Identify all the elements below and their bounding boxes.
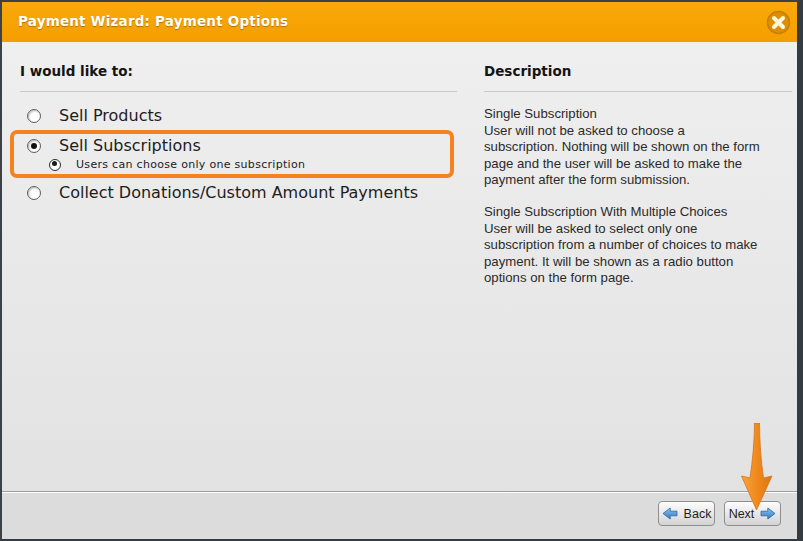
sub-option-label[interactable]: Users can choose only one subscription: [76, 158, 305, 171]
left-panel-heading: I would like to:: [20, 63, 133, 79]
description-paragraph-single: Single Subscription User will not be ask…: [484, 106, 796, 189]
option-sell-products[interactable]: Sell Products: [27, 106, 162, 125]
back-button[interactable]: Back: [658, 501, 715, 526]
close-icon[interactable]: [766, 10, 791, 35]
radio-sell-subscriptions[interactable]: [27, 139, 41, 153]
option-label[interactable]: Collect Donations/Custom Amount Payments: [59, 183, 418, 202]
description-paragraph-multiple: Single Subscription With Multiple Choice…: [484, 204, 796, 287]
payment-wizard-dialog: Payment Wizard: Payment Options I would …: [0, 0, 803, 541]
description-divider: [484, 91, 792, 92]
sub-option-single-subscription[interactable]: Users can choose only one subscription: [49, 158, 305, 171]
dialog-title: Payment Wizard: Payment Options: [18, 13, 288, 29]
back-button-label: Back: [684, 507, 712, 521]
option-sell-subscriptions[interactable]: Sell Subscriptions: [27, 136, 201, 155]
radio-collect-donations[interactable]: [27, 186, 41, 200]
radio-single-subscription[interactable]: [49, 159, 61, 171]
title-bar: Payment Wizard: Payment Options: [2, 2, 797, 42]
left-heading-divider: [20, 91, 457, 92]
option-label[interactable]: Sell Products: [59, 106, 162, 125]
back-arrow-icon: [662, 507, 678, 520]
description-heading: Description: [484, 63, 571, 79]
option-collect-donations[interactable]: Collect Donations/Custom Amount Payments: [27, 183, 418, 202]
next-button-label: Next: [729, 507, 755, 521]
next-button[interactable]: Next: [724, 501, 781, 526]
next-arrow-icon: [760, 507, 776, 520]
footer-bar: Back Next: [2, 491, 797, 539]
radio-sell-products[interactable]: [27, 109, 41, 123]
option-label[interactable]: Sell Subscriptions: [59, 136, 201, 155]
